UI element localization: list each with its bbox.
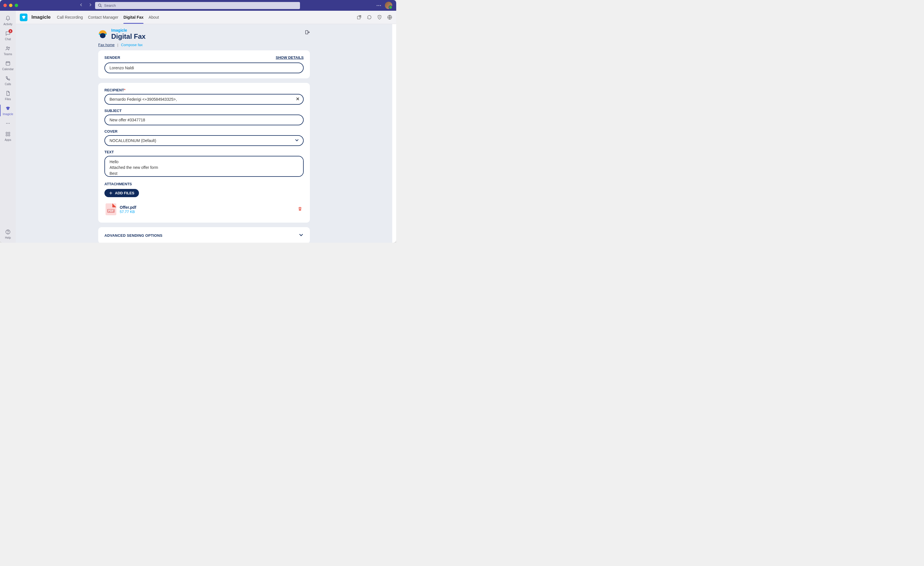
subject-input[interactable] — [104, 115, 304, 125]
brand-logo — [98, 30, 107, 39]
titlebar: Search — [0, 0, 396, 11]
breadcrumb-current: Compose fax — [121, 43, 142, 47]
window-controls — [3, 4, 18, 7]
rail-label: Imagicle — [3, 112, 13, 116]
global-search[interactable]: Search — [95, 2, 300, 9]
brand-main: Digital Fax — [111, 33, 146, 40]
rail-calendar[interactable]: Calendar — [0, 58, 16, 73]
svg-point-2 — [9, 47, 10, 48]
svg-rect-12 — [9, 135, 10, 136]
plus-icon — [109, 191, 112, 195]
bell-icon — [5, 15, 11, 21]
search-icon — [98, 3, 102, 7]
svg-rect-9 — [6, 132, 8, 133]
text-label: TEXT — [104, 150, 304, 154]
help-icon — [5, 229, 11, 235]
rail-activity[interactable]: Activity — [0, 13, 16, 28]
show-details-link[interactable]: SHOW DETAILS — [276, 55, 304, 60]
compose-card: RECIPIENT* SUBJECT COVER NOCALLEDNUM (De… — [98, 83, 310, 223]
more-icon — [5, 120, 11, 126]
brand-row: Imagicle Digital Fax — [98, 28, 310, 40]
cover-select[interactable]: NOCALLEDNUM (Default) — [104, 135, 304, 146]
rail-calls[interactable]: Calls — [0, 73, 16, 88]
attachment-size: 57.77 KB — [120, 210, 136, 214]
add-files-button[interactable]: ADD FILES — [104, 189, 139, 197]
teams-icon — [5, 45, 11, 51]
rail-imagicle[interactable]: Imagicle — [0, 103, 16, 118]
app-header: Imagicle Call Recording Contact Manager … — [16, 11, 396, 24]
pdf-icon: PDF — [105, 204, 116, 215]
recipient-label: RECIPIENT* — [104, 88, 304, 92]
attachment-row: PDF Offer.pdf 57.77 KB — [104, 201, 304, 217]
titlebar-right — [376, 2, 392, 9]
svg-point-18 — [379, 17, 380, 17]
breadcrumb-home[interactable]: Fax home — [98, 43, 115, 47]
rail-label: Apps — [5, 138, 11, 141]
nav-forward-button[interactable] — [88, 3, 92, 8]
calendar-icon — [5, 60, 11, 66]
tab-call-recording[interactable]: Call Recording — [57, 11, 83, 24]
rail-apps[interactable]: Apps — [0, 129, 16, 144]
sender-label: SENDER — [104, 55, 120, 60]
breadcrumb-sep: | — [117, 43, 118, 47]
nav-back-button[interactable] — [79, 3, 83, 8]
svg-point-6 — [6, 123, 7, 124]
sender-input[interactable] — [104, 63, 304, 73]
header-tabs: Call Recording Contact Manager Digital F… — [57, 11, 159, 24]
rail-label: Calls — [5, 82, 11, 86]
reload-icon[interactable] — [367, 15, 372, 20]
rail-teams[interactable]: Teams — [0, 43, 16, 58]
rail-label: Chat — [5, 37, 11, 41]
clear-recipient-button[interactable] — [296, 96, 300, 102]
svg-point-5 — [7, 108, 9, 110]
rail-help[interactable]: Help — [0, 226, 16, 243]
header-right — [357, 15, 392, 20]
app-name: Imagicle — [32, 14, 51, 20]
breadcrumb: Fax home | Compose fax — [98, 43, 310, 47]
rail-label: Help — [5, 236, 11, 239]
svg-point-1 — [6, 47, 8, 48]
app-window: Search Activity 1 Chat Teams Calendar Ca… — [0, 0, 396, 243]
rail-label: Files — [5, 97, 11, 101]
svg-rect-10 — [9, 132, 10, 133]
rail-label: Teams — [4, 52, 12, 56]
rail-chat[interactable]: 1 Chat — [0, 28, 16, 43]
chevron-down-icon — [298, 232, 304, 238]
attachments-label: ATTACHMENTS — [104, 182, 304, 186]
content: Imagicle Digital Fax Fax home | Compose … — [98, 24, 310, 243]
add-files-label: ADD FILES — [115, 191, 134, 195]
popout-icon[interactable] — [357, 15, 362, 20]
apps-icon — [5, 131, 11, 137]
advanced-options-toggle[interactable]: ADVANCED SENDING OPTIONS — [98, 227, 310, 243]
delete-attachment-button[interactable] — [297, 206, 303, 213]
exit-button[interactable] — [305, 30, 310, 36]
subject-label: SUBJECT — [104, 109, 304, 113]
tab-contact-manager[interactable]: Contact Manager — [88, 11, 118, 24]
text-textarea[interactable] — [104, 156, 304, 177]
shield-icon[interactable] — [377, 15, 382, 20]
tab-digital-fax[interactable]: Digital Fax — [123, 11, 144, 24]
rail-files[interactable]: Files — [0, 88, 16, 103]
maximize-window-button[interactable] — [15, 4, 18, 7]
rail-label: Activity — [3, 22, 12, 26]
globe-icon[interactable] — [387, 15, 392, 20]
svg-rect-20 — [306, 30, 308, 34]
close-window-button[interactable] — [3, 4, 7, 7]
chat-badge: 1 — [9, 29, 12, 33]
brand-text: Imagicle Digital Fax — [111, 28, 146, 40]
rail-more[interactable] — [0, 118, 16, 129]
user-avatar[interactable] — [385, 2, 392, 9]
attachment-name: Offer.pdf — [120, 205, 136, 210]
svg-point-8 — [9, 123, 10, 124]
phone-icon — [5, 75, 11, 81]
svg-point-14 — [8, 233, 8, 234]
tab-about[interactable]: About — [148, 11, 159, 24]
svg-point-7 — [8, 123, 9, 124]
attachment-meta: Offer.pdf 57.77 KB — [120, 205, 136, 214]
more-menu-button[interactable] — [376, 5, 381, 6]
minimize-window-button[interactable] — [9, 4, 12, 7]
file-icon — [5, 90, 11, 96]
app-icon — [20, 13, 27, 21]
content-stage: Imagicle Digital Fax Fax home | Compose … — [16, 24, 392, 243]
recipient-input[interactable] — [104, 94, 304, 105]
